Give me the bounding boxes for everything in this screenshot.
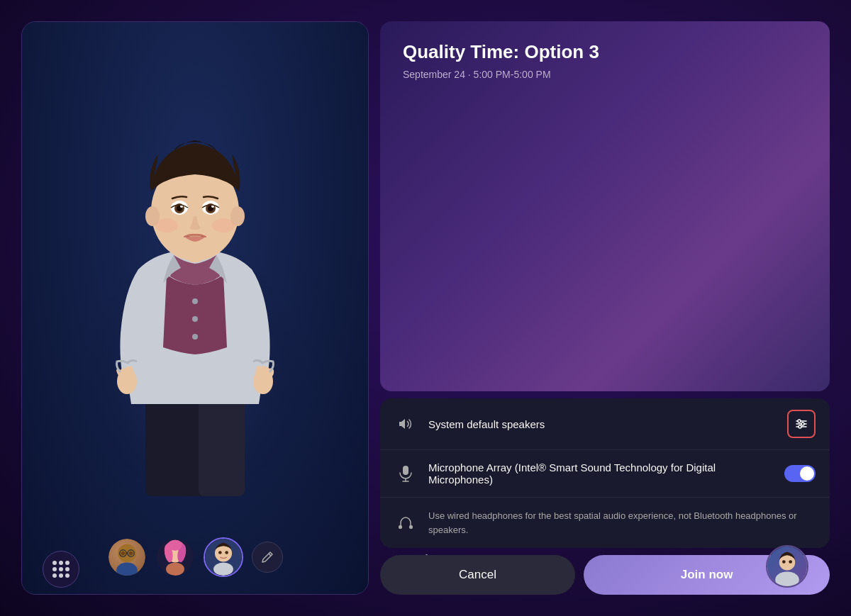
svg-point-44 bbox=[799, 425, 801, 428]
headphone-tip-row: Use wired headphones for the best spatia… bbox=[380, 498, 830, 548]
avatar-option-3[interactable] bbox=[204, 537, 243, 577]
svg-point-22 bbox=[212, 218, 235, 233]
microphone-row: Microphone Array (Intel® Smart Sound Tec… bbox=[380, 450, 830, 498]
toggle-knob bbox=[800, 466, 814, 481]
avatar-svg bbox=[74, 106, 316, 496]
svg-point-8 bbox=[192, 334, 198, 340]
edit-avatar-button[interactable] bbox=[252, 542, 283, 573]
event-card: Quality Time: Option 3 September 24 · 5:… bbox=[380, 21, 830, 391]
right-panel: Quality Time: Option 3 September 24 · 5:… bbox=[380, 21, 830, 595]
svg-point-52 bbox=[782, 560, 786, 564]
microphone-toggle[interactable] bbox=[784, 465, 816, 482]
headphone-icon bbox=[394, 512, 417, 534]
svg-point-38 bbox=[225, 551, 228, 554]
grid-dots-icon bbox=[52, 561, 69, 578]
svg-point-37 bbox=[218, 551, 222, 554]
speaker-icon bbox=[394, 413, 417, 435]
microphone-label: Microphone Array (Intel® Smart Sound Tec… bbox=[428, 461, 773, 486]
avatar-panel bbox=[21, 21, 369, 595]
avatar-2-thumbnail bbox=[157, 539, 194, 576]
event-date: September 24 · 5:00 PM-5:00 PM bbox=[403, 69, 807, 80]
user-avatar-button[interactable] bbox=[766, 545, 808, 588]
svg-point-51 bbox=[775, 571, 799, 586]
apps-button[interactable] bbox=[43, 551, 79, 588]
main-container: Quality Time: Option 3 September 24 · 5:… bbox=[21, 21, 830, 595]
svg-rect-49 bbox=[409, 525, 413, 529]
microphone-icon bbox=[394, 462, 417, 485]
cancel-button[interactable]: Cancel bbox=[380, 555, 575, 595]
svg-point-7 bbox=[192, 316, 198, 322]
svg-point-43 bbox=[801, 422, 804, 425]
avatar-3-thumbnail bbox=[205, 539, 242, 576]
avatar-selector bbox=[107, 537, 283, 577]
audio-settings-button[interactable] bbox=[787, 410, 816, 438]
svg-rect-45 bbox=[403, 466, 408, 475]
audio-settings-card: System default speakers bbox=[380, 398, 830, 548]
svg-point-36 bbox=[213, 562, 233, 576]
svg-rect-48 bbox=[399, 525, 402, 529]
user-avatar bbox=[767, 547, 807, 586]
svg-point-24 bbox=[116, 562, 138, 576]
svg-point-21 bbox=[155, 218, 178, 233]
headphone-tip-label: Use wired headphones for the best spatia… bbox=[428, 509, 816, 537]
speaker-row: System default speakers bbox=[380, 398, 830, 450]
svg-point-33 bbox=[169, 540, 182, 551]
action-buttons: Cancel Join now bbox=[380, 555, 830, 595]
svg-point-42 bbox=[798, 420, 801, 422]
svg-point-6 bbox=[192, 298, 198, 304]
avatar-option-1[interactable] bbox=[107, 537, 147, 577]
sliders-icon bbox=[795, 418, 808, 430]
speaker-label: System default speakers bbox=[428, 418, 776, 430]
avatar-option-2[interactable] bbox=[155, 537, 195, 577]
svg-point-27 bbox=[121, 551, 126, 556]
svg-point-28 bbox=[129, 551, 133, 556]
svg-point-53 bbox=[789, 560, 792, 564]
svg-point-34 bbox=[166, 562, 184, 576]
pencil-icon bbox=[261, 551, 274, 564]
event-title: Quality Time: Option 3 bbox=[403, 41, 807, 63]
avatar-1-thumbnail bbox=[109, 539, 145, 576]
avatar-display bbox=[74, 106, 316, 496]
